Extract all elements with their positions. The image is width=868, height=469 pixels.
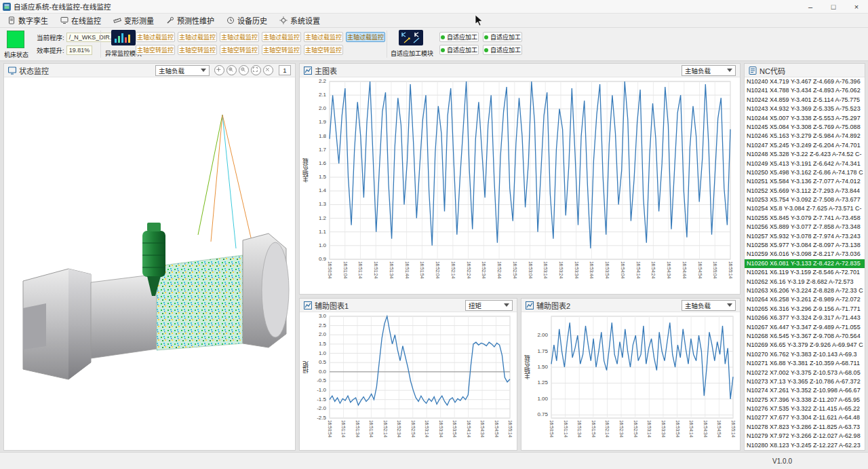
nc-code-line[interactable]: N10274 X7.261 Y-3.352 Z-10.998 A-66.67 [745,386,865,395]
aux-chart1-metric-value: 扭矩 [469,301,481,310]
nc-code-line[interactable]: N10241 X4.788 Y-3.434 Z-4.893 A-76.062 [745,86,865,95]
menu-item-2[interactable]: 在线监控 [54,14,107,27]
nc-code-line[interactable]: N10246 X5.163 Y-3.279 Z-5.984 A-74.892 [745,132,865,140]
nc-code-line[interactable]: N10269 X6.65 Y-3.379 Z-9.926 A-69.947 C [745,341,865,350]
nc-code-line[interactable]: N10263 X6.206 Y-3.224 Z-8.828 A-72.33 C [745,286,865,295]
zoom-out-icon [241,67,247,73]
nc-code-line[interactable]: N10250 X5.498 Y-3.162 Z-6.86 A-74.178 C [745,168,865,177]
pan-tool-button[interactable] [214,65,224,75]
menu-item-3[interactable]: 变形测量 [107,14,160,27]
nc-code-line[interactable]: N10252 X5.669 Y-3.112 Z-7.293 A-73.844 [745,187,865,195]
nc-code-line[interactable]: N10244 X5.007 Y-3.338 Z-5.553 A-75.297 [745,114,865,123]
nc-code-line[interactable]: N10259 X6.016 Y-3.098 Z-8.217 A-73.036 [745,250,865,259]
aux-chart2-plot-area[interactable]: 16:50:5416:51:1416:51:3416:51:5416:52:14… [521,312,740,449]
nc-code-line[interactable]: N10256 X5.889 Y-3.077 Z-7.858 A-73.348 [745,223,865,231]
nc-code-line[interactable]: N10261 X6.119 Y-3.159 Z-8.546 A-72.701 [745,268,865,277]
view-metric-value: 主轴负载 [159,66,184,75]
minimize-button[interactable]: – [799,0,822,13]
spindle-idle-monitor-button-1[interactable]: 主轴空转监控 [136,45,175,55]
nc-code-line[interactable]: N10262 X6.16 Y-3.19 Z-8.682 A-72.573 [745,278,865,286]
nc-code-line[interactable]: N10264 X6.258 Y-3.261 Z-8.989 A-72.072 [745,295,865,304]
spindle-idle-monitor-button-3[interactable]: 主轴空转监控 [220,45,259,55]
nc-code-line[interactable]: N10242 X4.859 Y-3.401 Z-5.114 A-75.775 [745,96,865,105]
spindle-overload-monitor-button-3[interactable]: 主轴过载监控 [220,32,259,42]
fit-tool-button[interactable] [251,65,261,75]
zoom-in-tool-button[interactable] [226,65,237,75]
nc-code-line[interactable]: N10270 X6.762 Y-3.383 Z-10.143 A-69.3 [745,350,865,359]
fit-icon [253,67,259,73]
main-chart-header: 主图表 主轴负载 [300,64,740,77]
adaptive-module-icon [399,30,423,45]
nc-code-list[interactable]: N10240 X4.719 Y-3.467 Z-4.669 A-76.396N1… [745,77,865,449]
nc-code-line[interactable]: N10258 X5.977 Y-3.084 Z-8.097 A-73.138 [745,241,865,250]
nc-code-line[interactable]: N10254 X5.8 Y-3.084 Z-7.625 A-73.571 C- [745,204,865,213]
main-chart-panel: 主图表 主轴负载 16:50:5416:51:0416:51:1416:51:2… [299,63,741,295]
aux-chart1-plot-area[interactable]: 16:50:5416:51:1416:51:3416:51:5416:52:14… [300,312,517,449]
adaptive-machining-button-1[interactable]: 自适应加工 [439,32,479,42]
viewport-3d[interactable] [4,77,295,449]
adaptive-machining-button-4[interactable]: 自适应加工 [483,45,522,55]
nc-code-line[interactable]: N10249 X5.413 Y-3.191 Z-6.642 A-74.341 [745,160,865,168]
green-status-dot-icon [484,35,488,39]
view-metric-dropdown[interactable]: 主轴负载 [155,65,210,76]
spindle-overload-monitor-button-1[interactable]: 主轴过载监控 [136,32,175,42]
title-bar: 自适应系统-在线监控-在线监控 – □ × [0,0,868,14]
nc-code-line[interactable]: N10247 X5.245 Y-3.249 Z-6.204 A-74.701 [745,141,865,150]
menu-item-4[interactable]: 预测性维护 [160,14,220,27]
menu-item-1[interactable]: 数字孪生 [1,14,54,27]
nc-code-line[interactable]: N10255 X5.845 Y-3.079 Z-7.741 A-73.458 [745,214,865,223]
nc-code-line[interactable]: N10257 X5.932 Y-3.078 Z-7.974 A-73.243 [745,232,865,241]
nc-code-line[interactable]: N10268 X6.545 Y-3.367 Z-9.708 A-70.564 [745,332,865,341]
maximize-button[interactable]: □ [822,0,845,13]
menu-item-5[interactable]: 设备历史 [220,14,273,27]
spindle-overload-monitor-button-4[interactable]: 主轴过载监控 [262,32,301,42]
nc-code-line[interactable]: N10266 X6.377 Y-3.324 Z-9.317 A-71.443 [745,314,865,322]
spindle-overload-monitor-button-2[interactable]: 主轴过载监控 [178,32,217,42]
menu-item-label: 数字孪生 [18,15,48,26]
nc-code-line[interactable]: N10275 X7.396 Y-3.338 Z-11.207 A-65.95 [745,396,865,405]
adaptive-machining-button-3[interactable]: 自适应加工 [439,45,479,55]
chevron-down-icon [201,69,206,72]
spindle-overload-monitor-button-6[interactable]: 主轴过载监控 [346,32,385,42]
chevron-down-icon [504,303,509,307]
zoom-level-box[interactable]: 1 [279,65,291,75]
aux-chart1-metric-dropdown[interactable]: 扭矩 [465,300,513,311]
spindle-idle-monitor-button-2[interactable]: 主轴空转监控 [178,45,217,55]
nc-code-line-active[interactable]: N10260 X6.081 Y-3.133 Z-8.422 A-72.835 [745,259,865,268]
chart-icon [526,301,534,309]
aux-chart1-title: 辅助图表1 [315,300,349,311]
spindle-idle-monitor-button-4[interactable]: 主轴空转监控 [262,45,301,55]
nc-code-line[interactable]: N10272 X7.002 Y-3.375 Z-10.573 A-68.05 [745,369,865,377]
nc-code-line[interactable]: N10279 X7.972 Y-3.266 Z-12.027 A-62.98 [745,432,865,440]
spindle-overload-monitor-button-5[interactable]: 主轴过载监控 [304,32,343,42]
adaptive-button-label: 自适应加工 [447,45,477,54]
main-chart-metric-dropdown[interactable]: 主轴负载 [682,65,736,76]
nc-code-line[interactable]: N10273 X7.13 Y-3.365 Z-10.786 A-67.372 [745,377,865,386]
nc-code-line[interactable]: N10240 X4.719 Y-3.467 Z-4.669 A-76.396 [745,77,865,86]
nc-code-line[interactable]: N10248 X5.328 Y-3.22 Z-6.423 A-74.52 C- [745,150,865,159]
nc-code-line[interactable]: N10267 X6.447 Y-3.347 Z-9.489 A-71.055 [745,323,865,332]
menu-item-6[interactable]: 系统设置 [273,14,326,27]
close-tool-button[interactable] [263,65,273,75]
nc-code-line[interactable]: N10243 X4.932 Y-3.369 Z-5.335 A-75.523 [745,105,865,113]
nc-code-line[interactable]: N10251 X5.584 Y-3.136 Z-7.077 A-74.012 [745,177,865,186]
nc-code-line[interactable]: N10277 X7.677 Y-3.304 Z-11.621 A-64.48 [745,413,865,422]
zoom-out-tool-button[interactable] [239,65,249,75]
nc-code-line[interactable]: N10271 X6.88 Y-3.381 Z-10.359 A-68.711 [745,359,865,368]
nc-code-header: NC代码 [745,64,865,77]
main-chart-plot-area[interactable]: 16:50:5416:51:0416:51:1416:51:2416:51:34… [300,77,740,293]
nc-code-line[interactable]: N10245 X5.084 Y-3.308 Z-5.769 A-75.088 [745,123,865,132]
status-monitor-panel: 状态监控 主轴负载 1 [3,63,296,451]
monitor-panel-icon [8,67,16,75]
aux-chart2-metric-dropdown[interactable]: 主轴负载 [682,300,736,311]
nc-code-line[interactable]: N10280 X8.123 Y-3.245 Z-12.227 A-62.23 [745,441,865,449]
nc-code-panel: NC代码 N10240 X4.719 Y-3.467 Z-4.669 A-76.… [744,63,865,451]
y-axis-label: 扭矩 [301,316,310,418]
nc-code-line[interactable]: N10276 X7.535 Y-3.322 Z-11.415 A-65.22 [745,405,865,413]
nc-code-line[interactable]: N10278 X7.823 Y-3.286 Z-11.825 A-63.73 [745,423,865,432]
adaptive-machining-button-2[interactable]: 自适应加工 [483,32,522,42]
spindle-idle-monitor-button-5[interactable]: 主轴空转监控 [304,45,343,55]
nc-code-line[interactable]: N10253 X5.754 Y-3.092 Z-7.508 A-73.677 [745,195,865,204]
close-button[interactable]: × [845,0,868,13]
nc-code-line[interactable]: N10265 X6.316 Y-3.296 Z-9.156 A-71.771 [745,305,865,314]
